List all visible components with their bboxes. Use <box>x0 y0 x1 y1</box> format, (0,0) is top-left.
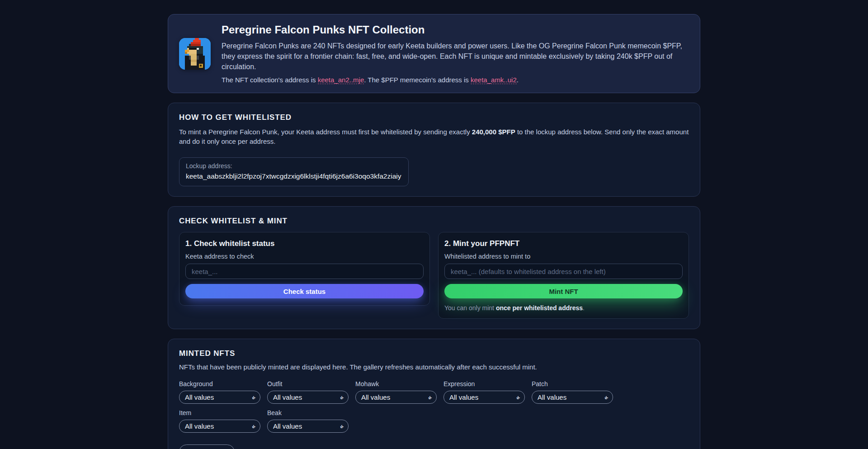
mint-panel-title: 2. Mint your PFPNFT <box>444 239 683 248</box>
mint-address-input[interactable] <box>444 264 683 279</box>
minted-nfts-heading: MINTED NFTS <box>179 349 689 358</box>
check-whitelist-panel: 1. Check whitelist status Keeta address … <box>179 232 430 306</box>
clear-filters-button[interactable]: Clear filters <box>179 444 235 449</box>
dropdown-arrow-icon: « <box>338 423 344 430</box>
whitelist-instructions: To mint a Peregrine Falcon Punk, your Ke… <box>179 127 689 146</box>
filter-item: Item All values « <box>179 409 260 433</box>
gallery-description: NFTs that have been publicly minted are … <box>179 363 689 371</box>
collection-header-text: Peregrine Falcon Punks NFT Collection Pe… <box>222 24 689 84</box>
dropdown-arrow-icon: « <box>250 423 256 430</box>
filter-outfit-dropdown[interactable]: All values « <box>267 391 349 404</box>
collection-avatar <box>179 38 211 70</box>
collection-addresses: The NFT collection's address is keeta_an… <box>222 76 689 84</box>
dropdown-arrow-icon: « <box>602 394 609 401</box>
mint-nft-button[interactable]: Mint NFT <box>444 284 683 298</box>
filter-outfit: Outfit All values « <box>267 380 349 404</box>
mint-address-label: Whitelisted address to mint to <box>444 253 683 260</box>
filter-background: Background All values « <box>179 380 260 404</box>
lockup-address-box: Lockup address: keeta_aabszkblji2l2fpzoj… <box>179 157 409 186</box>
check-and-mint-card: CHECK WHITELIST & MINT 1. Check whitelis… <box>168 206 700 329</box>
dropdown-arrow-icon: « <box>426 394 433 401</box>
filter-beak-dropdown[interactable]: All values « <box>267 420 349 433</box>
dropdown-arrow-icon: « <box>514 394 521 401</box>
page-content: Peregrine Falcon Punks NFT Collection Pe… <box>168 0 700 449</box>
dropdown-arrow-icon: « <box>338 394 344 401</box>
collection-header-card: Peregrine Falcon Punks NFT Collection Pe… <box>168 14 700 93</box>
filter-row-2: Item All values « Beak All values « <box>179 409 689 433</box>
check-status-button[interactable]: Check status <box>185 284 424 298</box>
filter-mohawk: Mohawk All values « <box>355 380 437 404</box>
filter-item-dropdown[interactable]: All values « <box>179 420 260 433</box>
pfp-memecoin-address-link[interactable]: keeta_amk..ui2 <box>471 76 517 84</box>
filter-background-dropdown[interactable]: All values « <box>179 391 260 404</box>
whitelist-info-card: HOW TO GET WHITELISTED To mint a Peregri… <box>168 103 700 197</box>
falcon-pixel-art-icon <box>179 38 211 70</box>
check-mint-heading: CHECK WHITELIST & MINT <box>179 217 689 226</box>
filter-beak: Beak All values « <box>267 409 349 433</box>
filter-expression-dropdown[interactable]: All values « <box>443 391 525 404</box>
check-mint-panels: 1. Check whitelist status Keeta address … <box>179 232 689 319</box>
lockup-address-value: keeta_aabszkblji2l2fpzoj7xtwcgdzxig6lkls… <box>186 172 401 180</box>
filter-patch: Patch All values « <box>532 380 613 404</box>
dropdown-arrow-icon: « <box>250 394 256 401</box>
check-address-label: Keeta address to check <box>185 253 424 260</box>
whitelist-amount: 240,000 $PFP <box>472 128 515 136</box>
mint-panel: 2. Mint your PFPNFT Whitelisted address … <box>438 232 689 319</box>
check-panel-title: 1. Check whitelist status <box>185 239 424 248</box>
collection-description: Peregrine Falcon Punks are 240 NFTs desi… <box>222 41 689 72</box>
minted-nfts-card: MINTED NFTS NFTs that have been publicly… <box>168 339 700 449</box>
page-title: Peregrine Falcon Punks NFT Collection <box>222 24 689 36</box>
mint-note: You can only mint once per whitelisted a… <box>444 304 683 312</box>
filter-expression: Expression All values « <box>443 380 525 404</box>
filter-mohawk-dropdown[interactable]: All values « <box>355 391 437 404</box>
nft-collection-address-link[interactable]: keeta_an2..mje <box>318 76 364 84</box>
filter-row-1: Background All values « Outfit All value… <box>179 380 689 404</box>
lockup-address-label: Lockup address: <box>186 162 401 170</box>
check-address-input[interactable] <box>185 264 424 279</box>
filter-patch-dropdown[interactable]: All values « <box>532 391 613 404</box>
whitelist-heading: HOW TO GET WHITELISTED <box>179 113 689 122</box>
